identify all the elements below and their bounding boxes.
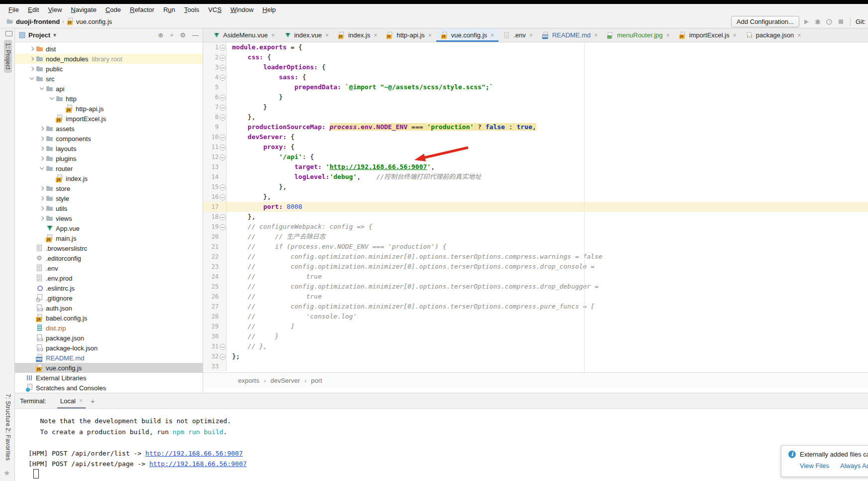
editor-tab-menuRouter.jpg[interactable]: menuRouter.jpg× [602,28,674,42]
code-line-6[interactable]: 6 } [203,92,868,102]
fold-marker-icon[interactable] [219,182,226,192]
chevron-right-icon[interactable] [38,183,46,193]
menu-view[interactable]: View [43,6,66,13]
tree-item-views[interactable]: views [15,213,203,223]
tool-window-structure-button[interactable]: 7: Structure [4,394,11,427]
profiler-icon[interactable] [825,17,834,26]
fold-marker-icon[interactable] [219,72,226,82]
close-icon[interactable]: × [797,32,801,39]
close-icon[interactable]: × [325,32,329,39]
editor-tab-package.json[interactable]: package.json× [741,28,806,42]
stop-icon[interactable] [837,17,845,26]
chevron-right-icon[interactable] [38,124,46,134]
tree-item-package-lock-json[interactable]: package-lock.json [15,343,203,353]
editor-tab-.env[interactable]: .env× [498,28,537,42]
code-line-23[interactable]: 23 // config.optimization.minimizer[0].o… [203,262,868,272]
tree-item-auth-json[interactable]: auth.json [15,303,203,313]
fold-marker-icon[interactable] [219,212,226,222]
fold-marker-icon[interactable] [219,132,226,142]
tree-item-http[interactable]: http [15,94,203,104]
chevron-down-icon[interactable] [48,94,56,104]
code-line-32[interactable]: 32}; [203,351,868,361]
code-line-5[interactable]: 5 prependData: `@import "~@/assets/scss/… [203,82,868,92]
tree-item-main-js[interactable]: main.js [15,233,203,243]
chevron-right-icon[interactable] [38,154,46,163]
editor-tab-index.vue[interactable]: index.vue× [279,28,334,42]
collapse-all-icon[interactable]: ÷ [170,31,173,39]
code-editor[interactable]: 1module.exports = {2 css: {3 loaderOptio… [203,42,868,372]
git-branch-label[interactable]: Git: [856,18,866,25]
menu-file[interactable]: File [4,6,23,13]
editor-tab-index.js[interactable]: index.js× [333,28,381,42]
fold-marker-icon[interactable] [219,142,226,152]
notification-action-view-files[interactable]: View Files [800,462,829,470]
terminal-link[interactable]: http://192.168.66.56:9007 [149,460,247,468]
tree-item-layouts[interactable]: layouts [15,144,203,154]
chevron-right-icon[interactable] [28,54,36,64]
run-icon[interactable] [802,17,811,26]
code-line-16[interactable]: 16 }, [203,192,868,202]
breadcrumb-port[interactable]: port [311,377,322,384]
fold-marker-icon[interactable] [219,351,226,361]
code-line-27[interactable]: 27 // config.optimization.minimizer[0].o… [203,302,868,312]
editor-tab-importExcel.js[interactable]: importExcel.js× [674,28,741,42]
tool-window-favorites-button[interactable]: 2: Favorites [4,428,11,461]
tree-item--browserslistrc[interactable]: .browserslistrc [15,243,203,253]
tree-item-store[interactable]: store [15,183,203,193]
fold-marker-icon[interactable] [219,192,226,202]
chevron-down-icon[interactable]: ▼ [52,32,57,38]
chevron-right-icon[interactable] [28,64,36,74]
tree-item-style[interactable]: style [15,193,203,203]
breadcrumb-project[interactable]: duoji-frontend [16,18,60,25]
close-icon[interactable]: × [373,32,377,39]
chevron-right-icon[interactable] [38,213,46,223]
tree-item-dist-zip[interactable]: dist.zip [15,323,203,333]
editor-tab-vue.config.js[interactable]: vue.config.js× [436,28,498,42]
add-configuration-button[interactable]: Add Configuration... [731,16,799,27]
tool-window-switcher-icon[interactable] [5,31,12,36]
code-line-24[interactable]: 24 // true [203,272,868,282]
code-line-19[interactable]: 19 // configureWebpack: config => { [203,222,868,232]
tree-item-package-json[interactable]: package.json [15,333,203,343]
tree-item-router[interactable]: router [15,163,203,173]
tree-item-src[interactable]: src [15,74,203,84]
tree-item-api[interactable]: api [15,84,203,94]
tree-item-app-vue[interactable]: App.vue [15,223,203,233]
tree-item-importexcel-js[interactable]: importExcel.js [15,114,203,124]
locate-file-icon[interactable]: ⊕ [158,31,163,39]
project-panel-title[interactable]: Project [28,31,50,39]
code-line-21[interactable]: 21 // if (process.env.NODE_ENV === 'prod… [203,242,868,252]
menu-navigate[interactable]: Navigate [66,6,101,13]
terminal-output[interactable]: Note that the development build is not o… [15,409,868,470]
menu-run[interactable]: Run [159,6,180,13]
tree-item-assets[interactable]: assets [15,124,203,134]
fold-marker-icon[interactable] [219,52,226,62]
code-line-15[interactable]: 15 }, [203,182,868,192]
close-icon[interactable]: × [594,32,598,39]
code-line-20[interactable]: 20 // // 生产去除日志 [203,232,868,242]
fold-marker-icon[interactable] [219,112,226,122]
breadcrumb-devServer[interactable]: devServer [270,377,300,384]
tree-item-node-modules[interactable]: node_moduleslibrary root [15,54,203,64]
tree-item-utils[interactable]: utils [15,203,203,213]
breadcrumb-exports[interactable]: exports [238,377,259,384]
code-line-7[interactable]: 7 } [203,102,868,112]
code-line-29[interactable]: 29 // ] [203,321,868,331]
tree-item-babel-config-js[interactable]: babel.config.js [15,313,203,323]
close-icon[interactable]: × [733,32,737,39]
fold-marker-icon[interactable] [219,152,226,162]
code-line-1[interactable]: 1module.exports = { [203,42,868,52]
code-line-33[interactable]: 33 [203,361,868,371]
code-line-26[interactable]: 26 // true [203,292,868,302]
settings-gear-icon[interactable]: ⚙ [180,31,186,39]
editor-tab-README.md[interactable]: README.md× [537,28,602,42]
debug-icon[interactable] [814,17,822,26]
code-line-22[interactable]: 22 // config.optimization.minimizer[0].o… [203,252,868,262]
fold-marker-icon[interactable] [219,92,226,102]
code-line-18[interactable]: 18 }, [203,212,868,222]
close-icon[interactable]: × [428,32,432,39]
chevron-right-icon[interactable] [38,134,46,144]
chevron-right-icon[interactable] [38,203,46,213]
chevron-right-icon[interactable] [38,144,46,154]
tree-item-dist[interactable]: dist [15,44,203,54]
